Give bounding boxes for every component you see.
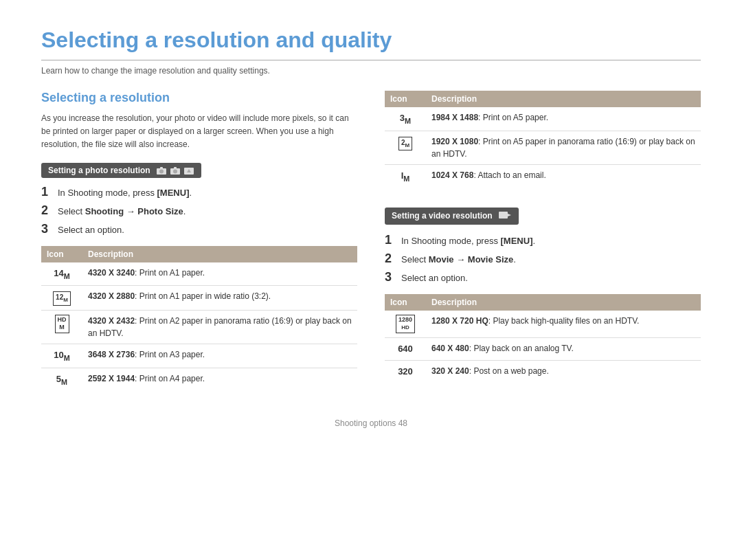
page-subtitle: Learn how to change the image resolution… (41, 66, 701, 76)
icon-1280: 1280HD (385, 311, 426, 338)
page-footer: Shooting options 48 (41, 418, 701, 428)
table-header-description-2: Description (426, 91, 701, 107)
desc-3m: 1984 X 1488: Print on A5 paper. (426, 107, 701, 131)
section-title-resolution: Selecting a resolution (41, 91, 357, 105)
table-row: 1280HD 1280 X 720 HQ: Play back high-qua… (385, 311, 701, 338)
video-icon (498, 210, 512, 220)
desc-2m: 1920 X 1080: Print on A5 paper in panora… (426, 131, 701, 164)
video-step-text-2: Select Movie → Movie Size. (401, 254, 516, 265)
svg-rect-4 (174, 167, 177, 169)
svg-point-2 (159, 169, 164, 173)
camera-icon-1 (156, 166, 167, 175)
step-number-2: 2 (41, 203, 54, 218)
desc-320: 320 X 240: Post on a web page. (426, 360, 701, 382)
video-resolution-table: Icon Description 1280HD 1280 X 720 HQ: P… (385, 294, 701, 382)
video-step-text-1: In Shooting mode, press [MENU]. (401, 236, 535, 246)
step-text-2: Select Shooting → Photo Size. (58, 206, 186, 216)
svg-marker-9 (508, 214, 511, 216)
svg-rect-8 (499, 212, 508, 219)
step-text-3: Select an option. (58, 225, 124, 235)
video-step-number-3: 3 (385, 270, 397, 284)
video-step-1: 1 In Shooting mode, press [MENU]. (385, 233, 701, 247)
icon-box-10m-hd: HDM (55, 315, 69, 333)
icon-14m: 14M (41, 262, 82, 286)
table-row: 320 320 X 240: Post on a web page. (385, 360, 701, 382)
camera-icons (156, 166, 194, 175)
icon-10m: 10M (41, 344, 82, 368)
table-row: HDM 4320 X 2432: Print on A2 paper in pa… (41, 310, 357, 344)
step-number-3: 3 (41, 222, 54, 236)
photo-resolution-header: Setting a photo resolution (41, 163, 201, 178)
table-header-icon-2: Icon (385, 91, 426, 107)
video-step-number-2: 2 (385, 251, 397, 266)
page-title: Selecting a resolution and quality (41, 27, 701, 60)
photo-steps: 1 In Shooting mode, press [MENU]. 2 Sele… (41, 185, 357, 236)
table-row: 5M 2592 X 1944: Print on A4 paper. (41, 368, 357, 391)
desc-10m-hd: 4320 X 2432: Print on A2 paper in panora… (82, 310, 357, 344)
table-row: 10M 3648 X 2736: Print on A3 paper. (41, 344, 357, 368)
icon-box-1280: 1280HD (396, 315, 415, 333)
photo-resolution-table: Icon Description 14M 4320 X 3240: Print … (41, 246, 357, 392)
video-step-number-1: 1 (385, 233, 397, 247)
icon-10m-hd: HDM (41, 310, 82, 344)
table-row: 12M 4320 X 2880: Print on A1 paper in wi… (41, 286, 357, 310)
table-header-icon: Icon (41, 246, 82, 262)
icon-2m: 2M (385, 131, 426, 164)
icon-3m: 3M (385, 107, 426, 131)
icon-1m: IM (385, 164, 426, 188)
step-2: 2 Select Shooting → Photo Size. (41, 203, 357, 218)
desc-1280: 1280 X 720 HQ: Play back high-quality fi… (426, 311, 701, 338)
icon-12m: 12M (41, 286, 82, 310)
icon-5m: 5M (41, 368, 82, 391)
icon-640: 640 (385, 338, 426, 361)
video-step-3: 3 Select an option. (385, 270, 701, 284)
desc-1m: 1024 X 768: Attach to an email. (426, 164, 701, 188)
desc-14m: 4320 X 3240: Print on A1 paper. (82, 262, 357, 286)
video-resolution-header: Setting a video resolution (385, 208, 519, 225)
desc-10m: 3648 X 2736: Print on A3 paper. (82, 344, 357, 368)
video-table-header-icon: Icon (385, 294, 426, 311)
step-text-1: In Shooting mode, press [MENU]. (58, 188, 192, 198)
section-description: As you increase the resolution, your pho… (41, 112, 357, 152)
step-3: 3 Select an option. (41, 222, 357, 236)
svg-point-5 (173, 169, 177, 173)
svg-rect-1 (160, 167, 163, 169)
video-table-header-description: Description (426, 294, 701, 311)
table-row: 3M 1984 X 1488: Print on A5 paper. (385, 107, 701, 131)
scene-icon (183, 166, 194, 175)
photo-header-label: Setting a photo resolution (48, 166, 150, 175)
desc-5m: 2592 X 1944: Print on A4 paper. (82, 368, 357, 391)
video-header-label: Setting a video resolution (392, 211, 493, 221)
table-row: 640 640 X 480: Play back on an analog TV… (385, 338, 701, 361)
right-column: Icon Description 3M 1984 X 1488: Print o… (385, 91, 701, 391)
table-row: 14M 4320 X 3240: Print on A1 paper. (41, 262, 357, 286)
camera-icon-2 (170, 166, 181, 175)
desc-640: 640 X 480: Play back on an analog TV. (426, 338, 701, 361)
video-steps: 1 In Shooting mode, press [MENU]. 2 Sele… (385, 233, 701, 284)
photo-resolution-table-2: Icon Description 3M 1984 X 1488: Print o… (385, 91, 701, 188)
video-step-2: 2 Select Movie → Movie Size. (385, 251, 701, 266)
video-step-text-3: Select an option. (401, 273, 468, 283)
icon-box-2m: 2M (398, 137, 412, 150)
step-1: 1 In Shooting mode, press [MENU]. (41, 185, 357, 199)
footer-text: Shooting options 48 (335, 418, 407, 428)
desc-12m: 4320 X 2880: Print on A1 paper in wide r… (82, 286, 357, 310)
icon-320: 320 (385, 360, 426, 382)
table-header-description: Description (82, 246, 357, 262)
left-column: Selecting a resolution As you increase t… (41, 91, 357, 391)
icon-box-12m: 12M (53, 291, 71, 305)
table-row: IM 1024 X 768: Attach to an email. (385, 164, 701, 188)
table-row: 2M 1920 X 1080: Print on A5 paper in pan… (385, 131, 701, 164)
step-number-1: 1 (41, 185, 54, 199)
video-camera-icon (498, 210, 512, 222)
